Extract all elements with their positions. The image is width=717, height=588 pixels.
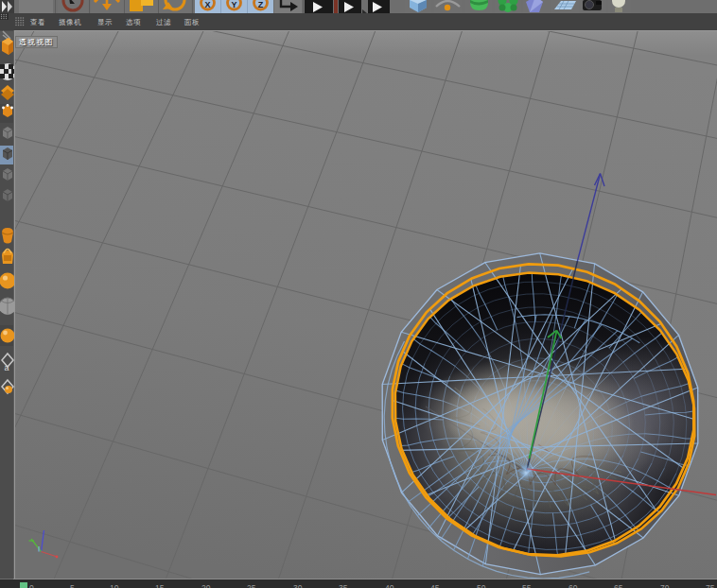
svg-text:Z: Z — [258, 0, 264, 9]
svg-text:a: a — [4, 363, 9, 372]
svg-text:Y: Y — [231, 0, 236, 9]
svg-text:X: X — [204, 0, 210, 9]
